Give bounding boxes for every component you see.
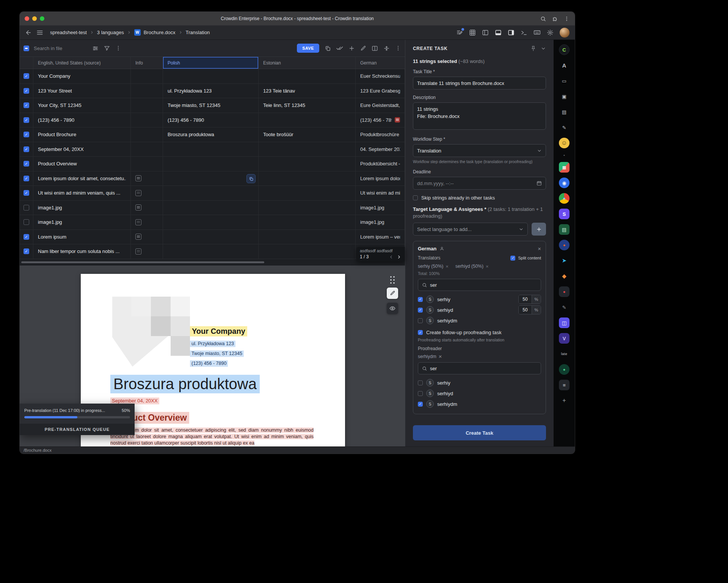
edit-icon[interactable] (360, 45, 366, 51)
polish-cell[interactable]: ul. Przykładowa 123 (163, 84, 259, 98)
grid-view-icon[interactable] (469, 29, 476, 36)
german-cell[interactable]: Euer Schreckensunt (356, 69, 405, 83)
filter-funnel-icon[interactable] (104, 45, 110, 51)
percent-input[interactable] (519, 306, 532, 314)
split-content-option[interactable]: Split content (510, 256, 541, 261)
german-cell[interactable]: Eure Geisterstadt, B (356, 98, 405, 113)
row-checkbox[interactable] (20, 127, 33, 142)
row-checkbox[interactable] (20, 113, 33, 127)
more-options-icon[interactable] (395, 45, 401, 51)
calendar-icon[interactable] (537, 181, 542, 186)
split-columns-icon[interactable] (372, 45, 378, 52)
german-cell[interactable]: image1.jpg (356, 201, 405, 215)
horizontal-scrollbar-track[interactable] (20, 259, 405, 266)
row-checkbox[interactable] (20, 186, 33, 200)
percent-field[interactable]: % (518, 295, 541, 304)
member-row[interactable]: S serhiy (418, 377, 541, 388)
proofreader-search-input[interactable] (430, 366, 537, 371)
column-header-source[interactable]: English, United States (source) (33, 57, 131, 69)
settings-gear-icon[interactable] (547, 29, 554, 36)
row-checkbox[interactable] (20, 201, 33, 215)
collapse-panel-icon[interactable] (541, 46, 546, 51)
panel-left-icon[interactable] (482, 29, 489, 36)
extensions-icon[interactable] (552, 16, 558, 22)
sheets-app-icon[interactable]: ▤ (559, 224, 570, 235)
preview-visibility-button[interactable] (387, 303, 398, 314)
cube-app-icon[interactable]: ◆ (559, 271, 570, 281)
add-string-icon[interactable] (348, 45, 355, 52)
late-app-label[interactable]: late (559, 349, 570, 359)
polish-cell[interactable]: Twoje miasto, ST 12345 (163, 98, 259, 113)
member-row[interactable]: S serhiydm (418, 315, 541, 326)
select-all-checkbox[interactable] (24, 46, 29, 51)
pages-icon[interactable]: ▤ (559, 107, 570, 117)
split-content-checkbox[interactable] (510, 256, 515, 261)
polish-cell[interactable] (163, 69, 259, 83)
filter-sliders-icon[interactable] (92, 45, 99, 52)
german-cell[interactable]: Ut wisi enim ad min (356, 186, 405, 200)
prev-page-icon[interactable] (389, 255, 394, 259)
leaf-app-icon[interactable]: ● (559, 364, 570, 375)
german-cell[interactable]: Lorem ipsum – verf (356, 230, 405, 244)
remove-language-icon[interactable] (538, 246, 541, 251)
app-icon-crowdin[interactable]: C (559, 44, 570, 55)
translator-search-input[interactable] (430, 282, 537, 288)
add-language-button[interactable] (532, 223, 546, 236)
member-row[interactable]: S serhiyd % (418, 305, 541, 315)
column-header-info[interactable]: Info (131, 57, 163, 69)
estonian-cell[interactable] (259, 186, 356, 200)
breadcrumb-step[interactable]: Translation (186, 30, 210, 35)
description-textarea[interactable]: 11 strings File: Brochure.docx (413, 102, 546, 130)
estonian-cell[interactable] (259, 244, 356, 259)
collapse-rows-icon[interactable] (383, 45, 390, 52)
s-app-icon[interactable]: S (559, 209, 570, 219)
compose-icon[interactable]: ✎ (559, 122, 570, 133)
skip-strings-checkbox[interactable] (413, 195, 418, 200)
row-checkbox[interactable] (20, 84, 33, 98)
row-checkbox[interactable] (20, 171, 33, 186)
member-checkbox[interactable] (418, 308, 423, 313)
estonian-cell[interactable] (259, 157, 356, 171)
followup-checkbox[interactable] (418, 330, 423, 335)
member-checkbox[interactable] (418, 380, 423, 385)
panel-right-icon[interactable] (508, 29, 515, 36)
add-app-icon[interactable]: + (559, 395, 570, 406)
german-cell[interactable]: image1.jpg (356, 215, 405, 229)
bird-app-icon[interactable]: ➤ (559, 255, 570, 266)
member-checkbox[interactable] (418, 297, 423, 302)
polish-cell[interactable] (163, 215, 259, 229)
breadcrumb-file[interactable]: Brochure.docx (144, 30, 176, 35)
estonian-cell[interactable] (259, 215, 356, 229)
remove-tag-icon[interactable] (486, 264, 489, 269)
keyboard-icon[interactable] (533, 29, 541, 36)
panel-bottom-icon[interactable] (495, 29, 502, 36)
drag-handle-icon[interactable] (389, 275, 395, 284)
estonian-cell[interactable] (259, 230, 356, 244)
notes-app-icon[interactable]: ≡ (559, 380, 570, 390)
estonian-cell[interactable]: Teie linn, ST 12345 (259, 98, 356, 113)
german-cell[interactable]: 04. September 20X (356, 142, 405, 157)
polish-cell[interactable] (163, 171, 259, 186)
remove-tag-icon[interactable] (439, 354, 442, 359)
german-cell[interactable]: 123 Eure Grabesgas (356, 84, 405, 98)
smiley-icon[interactable]: ☺ (559, 138, 570, 148)
translate-icon[interactable]: A (559, 60, 570, 71)
workflow-step-select[interactable]: Translation (413, 144, 546, 157)
zoom-window-button[interactable] (40, 16, 44, 21)
breadcrumb-project[interactable]: spreadsheet-test (50, 30, 87, 35)
minimize-window-button[interactable] (32, 16, 37, 21)
tool-app-icon[interactable]: ✎ (559, 302, 570, 313)
preview-edit-button[interactable] (387, 288, 398, 299)
polish-cell[interactable] (163, 201, 259, 215)
menu-icon[interactable] (36, 29, 43, 36)
row-checkbox[interactable] (20, 69, 33, 83)
duplicate-icon[interactable]: ▣ (559, 91, 570, 102)
column-header-german[interactable]: German (356, 57, 405, 69)
member-checkbox[interactable] (418, 402, 423, 407)
polish-cell[interactable]: Broszura produktowa (163, 127, 259, 142)
capture-app-icon[interactable]: ▩ (559, 162, 570, 173)
copy-source-icon[interactable] (325, 45, 331, 52)
column-header-estonian[interactable]: Estonian (259, 57, 356, 69)
save-button[interactable]: SAVE (297, 44, 319, 53)
row-checkbox[interactable] (20, 244, 33, 259)
